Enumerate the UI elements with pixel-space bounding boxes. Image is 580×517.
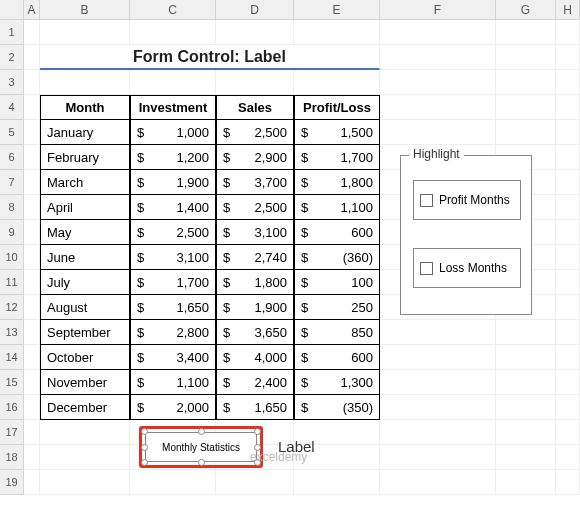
profit-months-checkbox[interactable]: Profit Months xyxy=(413,180,521,220)
cell-month[interactable]: May xyxy=(40,220,130,245)
cell[interactable] xyxy=(496,370,556,395)
row-header[interactable]: 8 xyxy=(0,195,24,220)
cell-sales[interactable]: $2,500 xyxy=(216,195,294,220)
cell-profit-loss[interactable]: $600 xyxy=(294,220,380,245)
cell-profit-loss[interactable]: $1,300 xyxy=(294,370,380,395)
cell[interactable] xyxy=(380,445,496,470)
cell[interactable] xyxy=(40,20,130,45)
cell[interactable] xyxy=(380,320,496,345)
cell[interactable] xyxy=(556,195,580,220)
cell-sales[interactable]: $2,500 xyxy=(216,120,294,145)
cell[interactable] xyxy=(556,295,580,320)
cell[interactable] xyxy=(496,420,556,445)
col-G[interactable]: G xyxy=(496,0,556,19)
cell[interactable] xyxy=(556,120,580,145)
cell[interactable] xyxy=(556,320,580,345)
cell[interactable] xyxy=(24,70,40,95)
cell[interactable] xyxy=(380,45,496,70)
resize-handle[interactable] xyxy=(141,428,148,435)
cell-investment[interactable]: $1,900 xyxy=(130,170,216,195)
cell-month[interactable]: November xyxy=(40,370,130,395)
cell-investment[interactable]: $2,800 xyxy=(130,320,216,345)
header-month[interactable]: Month xyxy=(40,95,130,120)
cell[interactable] xyxy=(24,145,40,170)
cell-sales[interactable]: $1,650 xyxy=(216,395,294,420)
row-header[interactable]: 1 xyxy=(0,20,24,45)
cell[interactable] xyxy=(380,120,496,145)
cell-investment[interactable]: $2,000 xyxy=(130,395,216,420)
cell[interactable] xyxy=(24,345,40,370)
cell[interactable] xyxy=(24,370,40,395)
row-header[interactable]: 11 xyxy=(0,270,24,295)
cell-profit-loss[interactable]: $1,700 xyxy=(294,145,380,170)
cell[interactable] xyxy=(216,70,294,95)
col-E[interactable]: E xyxy=(294,0,380,19)
cell[interactable] xyxy=(556,445,580,470)
cell-investment[interactable]: $3,400 xyxy=(130,345,216,370)
cell-investment[interactable]: $1,200 xyxy=(130,145,216,170)
loss-months-checkbox[interactable]: Loss Months xyxy=(413,248,521,288)
resize-handle[interactable] xyxy=(141,459,148,466)
cell[interactable] xyxy=(556,420,580,445)
cell[interactable] xyxy=(24,470,40,495)
cell[interactable] xyxy=(380,420,496,445)
cell-investment[interactable]: $1,650 xyxy=(130,295,216,320)
cell-sales[interactable]: $4,000 xyxy=(216,345,294,370)
cell[interactable] xyxy=(40,445,130,470)
cell[interactable] xyxy=(24,245,40,270)
cell-profit-loss[interactable]: $(350) xyxy=(294,395,380,420)
cell[interactable] xyxy=(24,295,40,320)
select-all-corner[interactable] xyxy=(0,0,24,19)
resize-handle[interactable] xyxy=(141,444,148,451)
col-B[interactable]: B xyxy=(40,0,130,19)
cell-profit-loss[interactable]: $(360) xyxy=(294,245,380,270)
cell[interactable] xyxy=(556,270,580,295)
row-header[interactable]: 7 xyxy=(0,170,24,195)
cell[interactable] xyxy=(556,395,580,420)
cell-sales[interactable]: $3,650 xyxy=(216,320,294,345)
row-header[interactable]: 19 xyxy=(0,470,24,495)
cell-profit-loss[interactable]: $250 xyxy=(294,295,380,320)
cell-profit-loss[interactable]: $850 xyxy=(294,320,380,345)
cell-investment[interactable]: $1,000 xyxy=(130,120,216,145)
cell[interactable] xyxy=(496,470,556,495)
cell[interactable] xyxy=(294,70,380,95)
row-header[interactable]: 16 xyxy=(0,395,24,420)
cell[interactable] xyxy=(24,420,40,445)
cell-sales[interactable]: $3,700 xyxy=(216,170,294,195)
cell[interactable] xyxy=(40,420,130,445)
cell[interactable] xyxy=(496,445,556,470)
row-header[interactable]: 14 xyxy=(0,345,24,370)
resize-handle[interactable] xyxy=(198,459,205,466)
cell-month[interactable]: June xyxy=(40,245,130,270)
cell[interactable] xyxy=(496,120,556,145)
resize-handle[interactable] xyxy=(198,428,205,435)
cell[interactable] xyxy=(380,70,496,95)
cell[interactable] xyxy=(496,395,556,420)
cell[interactable] xyxy=(380,470,496,495)
cell-investment[interactable]: $2,500 xyxy=(130,220,216,245)
cell-investment[interactable]: $1,400 xyxy=(130,195,216,220)
cell-investment[interactable]: $1,700 xyxy=(130,270,216,295)
cell[interactable] xyxy=(40,70,130,95)
row-header[interactable]: 5 xyxy=(0,120,24,145)
cell[interactable] xyxy=(496,95,556,120)
cell[interactable] xyxy=(380,370,496,395)
cell-sales[interactable]: $2,900 xyxy=(216,145,294,170)
row-header[interactable]: 3 xyxy=(0,70,24,95)
resize-handle[interactable] xyxy=(254,428,261,435)
cell[interactable] xyxy=(130,20,216,45)
cell[interactable] xyxy=(24,445,40,470)
cell-month[interactable]: February xyxy=(40,145,130,170)
col-H[interactable]: H xyxy=(556,0,580,19)
page-title[interactable]: Form Control: Label xyxy=(40,45,380,70)
cell[interactable] xyxy=(24,170,40,195)
cell[interactable] xyxy=(380,395,496,420)
cell-investment[interactable]: $3,100 xyxy=(130,245,216,270)
cell-profit-loss[interactable]: $600 xyxy=(294,345,380,370)
cell[interactable] xyxy=(556,220,580,245)
cell[interactable] xyxy=(380,95,496,120)
cell[interactable] xyxy=(556,470,580,495)
cell-month[interactable]: September xyxy=(40,320,130,345)
row-header[interactable]: 10 xyxy=(0,245,24,270)
